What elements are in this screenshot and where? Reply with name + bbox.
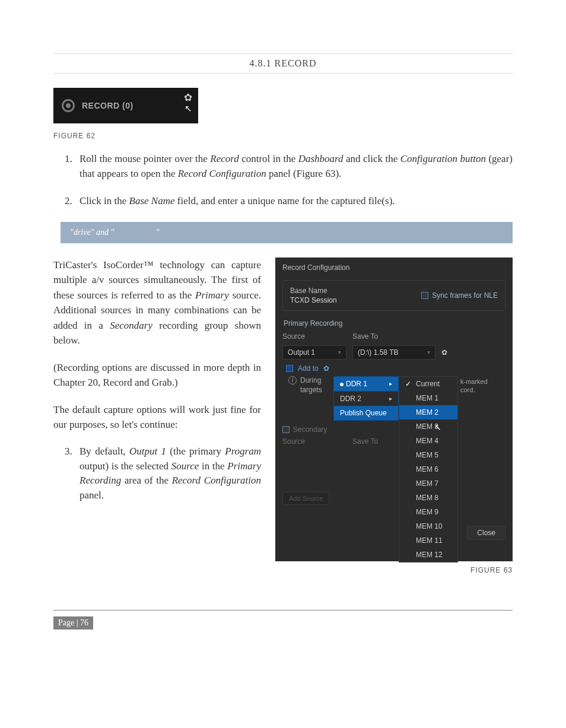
- gear-icon[interactable]: ✿: [441, 348, 447, 357]
- bullet-icon: [340, 383, 344, 386]
- menu-item-mem7[interactable]: MEM 7: [399, 476, 457, 491]
- step-2: Click in the Base Name field, and enter …: [75, 194, 513, 209]
- targets-label: targets: [300, 386, 322, 394]
- menu-item-mem8[interactable]: MEM 8: [399, 491, 457, 505]
- record-label: RECORD (0): [82, 101, 133, 110]
- paragraph-3: The default capture options will work ju…: [53, 402, 261, 433]
- menu-item-publish-queue[interactable]: Publish Queue: [334, 406, 398, 420]
- menu-item-mem12[interactable]: MEM 12: [399, 548, 457, 562]
- sync-frames-label: Sync frames for NLE: [432, 291, 498, 300]
- saveto-header: Save To: [352, 332, 505, 341]
- menu-item-mem5[interactable]: MEM 5: [399, 448, 457, 462]
- base-name-field[interactable]: TCXD Session: [290, 296, 421, 304]
- base-name-group: Base Name TCXD Session Sync frames for N…: [282, 280, 505, 311]
- record-button[interactable]: RECORD (0) ✿ ↖: [53, 88, 198, 123]
- during-label: During: [300, 376, 321, 384]
- hint-text-left: "drive" and ": [70, 228, 116, 237]
- source-dropdown[interactable]: Output 1 ▾: [282, 345, 346, 360]
- secondary-sources-checkbox[interactable]: Secondary: [282, 425, 505, 434]
- cursor-icon: ↖: [434, 422, 441, 432]
- close-button[interactable]: Close: [467, 526, 505, 540]
- addto-label: Add to: [298, 364, 319, 373]
- page-footer: Page | 76: [53, 610, 513, 630]
- chevron-down-icon: ▾: [338, 349, 341, 355]
- addto-checkbox[interactable]: [286, 365, 293, 372]
- menu-item-mem4[interactable]: MEM 4: [399, 434, 457, 448]
- gear-icon[interactable]: ✿: [323, 364, 329, 373]
- submenu-targets: DDR 1 ▸ DDR 2 ▸ Publish Queue: [333, 376, 399, 421]
- checkbox-icon: [282, 426, 290, 433]
- menu-item-ddr2[interactable]: DDR 2 ▸: [334, 391, 398, 406]
- info-icon: i: [288, 376, 297, 384]
- dialog-title: Record Configuration: [282, 263, 505, 272]
- menu-item-ddr1[interactable]: DDR 1 ▸: [334, 377, 398, 391]
- step-1: Roll the mouse pointer over the Record c…: [75, 152, 513, 181]
- submenu-mem-slots: ✓ Current MEM 1 MEM 2 MEM 3 MEM 4 MEM 5 …: [399, 376, 458, 562]
- base-name-label: Base Name: [290, 287, 421, 295]
- chevron-down-icon: ▾: [427, 349, 430, 355]
- paragraph-2: (Recording options are discussed in more…: [53, 360, 261, 390]
- add-source-button[interactable]: Add Source: [282, 492, 329, 505]
- cursor-icon: ↖: [185, 103, 192, 114]
- menu-item-mem1[interactable]: MEM 1: [399, 391, 457, 405]
- saveto-value: (D:\) 1.58 TB: [358, 348, 398, 357]
- chevron-right-icon: ▸: [389, 395, 392, 402]
- hint-text-right: ": [155, 228, 159, 237]
- source2-header: Source: [282, 437, 346, 446]
- source-header: Source: [282, 332, 346, 341]
- checkbox-icon: [421, 292, 428, 299]
- menu-item-mem2[interactable]: MEM 2: [399, 405, 457, 419]
- record-radio-icon: [62, 99, 75, 112]
- source-value: Output 1: [288, 348, 315, 357]
- menu-item-mem10[interactable]: MEM 10: [399, 519, 457, 533]
- menu-item-mem6[interactable]: MEM 6: [399, 462, 457, 476]
- secondary-label: Secondary: [293, 425, 327, 434]
- step-3: By default, Output 1 (the primary Progra…: [75, 444, 261, 503]
- figure-63-caption: FIGURE 63: [275, 566, 513, 574]
- saveto-dropdown[interactable]: (D:\) 1.58 TB ▾: [352, 345, 435, 360]
- section-heading-container: 4.8.1 RECORD: [53, 53, 513, 74]
- menu-item-current[interactable]: ✓ Current: [399, 377, 457, 391]
- menu-item-mem3[interactable]: MEM 3: [399, 419, 457, 434]
- sync-frames-checkbox[interactable]: Sync frames for NLE: [421, 291, 498, 300]
- chevron-right-icon: ▸: [389, 380, 392, 387]
- menu-item-mem9[interactable]: MEM 9: [399, 505, 457, 519]
- page-number: Page | 76: [53, 616, 93, 630]
- primary-recording-title: Primary Recording: [284, 319, 505, 328]
- hint-bar: "drive" and " ": [61, 222, 513, 243]
- checkmark-icon: ✓: [405, 380, 412, 388]
- section-heading: 4.8.1 RECORD: [250, 58, 317, 68]
- menu-item-mem11[interactable]: MEM 11: [399, 533, 457, 548]
- paragraph-1: TriCaster's IsoCorder™ technology can ca…: [53, 257, 261, 348]
- record-configuration-dialog: Record Configuration Base Name TCXD Sess…: [275, 257, 513, 561]
- right-notes: k-marked cord.: [460, 377, 502, 395]
- figure-62-caption: FIGURE 62: [53, 132, 513, 140]
- gear-icon[interactable]: ✿: [184, 91, 192, 104]
